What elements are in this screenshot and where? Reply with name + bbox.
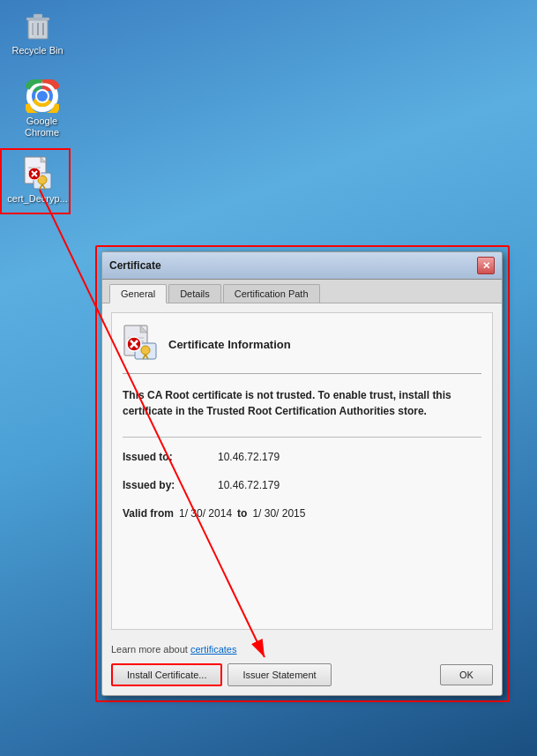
tab-general[interactable]: General bbox=[109, 284, 167, 303]
learn-more-prefix: Learn more about bbox=[111, 644, 188, 655]
cert-valid-dates: Valid from 1/ 30/ 2014 to 1/ 30/ 2015 bbox=[123, 507, 481, 520]
issued-to-value: 10.46.72.179 bbox=[218, 451, 280, 463]
chrome-icon-image bbox=[25, 79, 60, 114]
valid-from-label: Valid from bbox=[123, 507, 174, 520]
recycle-bin-icon[interactable]: Recycle Bin bbox=[4, 4, 71, 60]
valid-from-value: 1/ 30/ 2014 bbox=[179, 507, 232, 520]
cert-info-title: Certificate Information bbox=[168, 338, 291, 351]
tab-bar: General Details Certification Path bbox=[102, 280, 502, 303]
cert-issued-by: Issued by: 10.46.72.179 bbox=[123, 479, 481, 491]
issuer-statement-button[interactable]: Issuer Statement bbox=[227, 663, 331, 686]
cert-warning-text: This CA Root certificate is not trusted.… bbox=[123, 387, 481, 419]
dialog-title-bar: Certificate ✕ bbox=[102, 252, 502, 280]
learn-more-link[interactable]: certificates bbox=[190, 644, 237, 655]
valid-to-label: to bbox=[237, 507, 247, 520]
recycle-bin-label: Recycle Bin bbox=[11, 45, 63, 56]
cert-file-label: cert_Decryp... bbox=[7, 193, 67, 205]
certificate-dialog: Certificate ✕ General Details Certificat… bbox=[101, 251, 503, 696]
svg-rect-6 bbox=[30, 21, 34, 37]
button-row-left: Install Certificate... Issuer Statement bbox=[111, 663, 332, 686]
tab-details[interactable]: Details bbox=[168, 284, 221, 303]
cert-file-icon[interactable]: cert_Decryp... bbox=[4, 153, 71, 208]
google-chrome-icon[interactable]: Google Chrome bbox=[9, 75, 75, 142]
close-button[interactable]: ✕ bbox=[477, 257, 495, 274]
dialog-content-area: Certificate Information This CA Root cer… bbox=[111, 312, 493, 630]
tab-certification-path[interactable]: Certification Path bbox=[223, 284, 320, 303]
cert-file-image bbox=[20, 156, 56, 191]
recycle-bin-image bbox=[20, 8, 56, 43]
issued-to-label: Issued to: bbox=[123, 451, 211, 463]
issued-by-value: 10.46.72.179 bbox=[218, 479, 280, 491]
svg-point-12 bbox=[37, 91, 48, 101]
cert-info-icon bbox=[123, 324, 160, 364]
cert-issued-to: Issued to: 10.46.72.179 bbox=[123, 451, 481, 463]
dialog-title: Certificate bbox=[109, 259, 161, 272]
install-certificate-button[interactable]: Install Certificate... bbox=[111, 663, 222, 686]
learn-more-section: Learn more about certificates bbox=[111, 644, 493, 655]
button-row: Install Certificate... Issuer Statement … bbox=[111, 660, 493, 690]
dialog-footer: Learn more about certificates Install Ce… bbox=[102, 639, 502, 695]
svg-point-33 bbox=[141, 346, 150, 355]
issued-by-label: Issued by: bbox=[123, 479, 211, 491]
cert-info-header: Certificate Information bbox=[123, 324, 481, 374]
ok-button[interactable]: OK bbox=[440, 664, 493, 685]
valid-to-value: 1/ 30/ 2015 bbox=[252, 507, 305, 520]
svg-rect-2 bbox=[34, 14, 42, 19]
google-chrome-label: Google Chrome bbox=[12, 116, 71, 138]
dialog-highlight-border: Certificate ✕ General Details Certificat… bbox=[95, 245, 510, 702]
